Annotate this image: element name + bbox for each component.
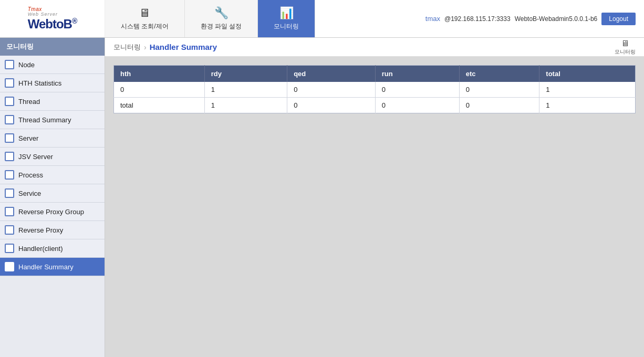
nav-tab-env-label: 환경 파일 설정 (201, 22, 242, 31)
breadcrumb-current: Handler Summary (150, 43, 217, 51)
sidebar-item-handler-client-label: Handler(client) (18, 245, 63, 253)
nav-tab-system-label: 시스템 조회/제어 (121, 22, 169, 31)
jsv-server-icon (4, 151, 15, 162)
process-icon (4, 170, 15, 180)
monitor-icon: 🖥 (139, 6, 150, 20)
sidebar-item-handler-client[interactable]: Handler(client) (0, 239, 105, 258)
cell-qed: 0 (287, 98, 376, 113)
server-icon (4, 133, 15, 143)
cell-etc: 0 (459, 98, 539, 113)
sidebar-item-reverse-proxy-group[interactable]: Reverse Proxy Group (0, 203, 105, 221)
sidebar-item-node[interactable]: Node (0, 56, 105, 74)
col-header-etc: etc (459, 66, 539, 82)
sidebar: 모니터링 Node HTH Statistics Thread Thread S… (0, 38, 105, 357)
nav-tab-monitor-label: 모니터링 (274, 22, 299, 31)
sidebar-item-reverse-proxy-label: Reverse Proxy (18, 226, 63, 234)
breadcrumb: 모니터링 › Handler Summary 🖥 모니터링 (105, 38, 644, 57)
service-icon (4, 188, 15, 198)
cell-hth: total (114, 98, 205, 113)
sidebar-item-reverse-proxy-group-label: Reverse Proxy Group (18, 208, 84, 216)
breadcrumb-monitor-button[interactable]: 🖥 모니터링 (615, 39, 636, 56)
breadcrumb-monitor-label: 모니터링 (615, 48, 636, 56)
layout: 모니터링 Node HTH Statistics Thread Thread S… (0, 38, 644, 357)
sidebar-item-process[interactable]: Process (0, 166, 105, 184)
col-header-rdy: rdy (204, 66, 287, 82)
sidebar-item-node-label: Node (18, 61, 35, 69)
sidebar-item-service[interactable]: Service (0, 184, 105, 203)
server-address: @192.168.115.17:3333 (444, 15, 511, 23)
col-header-qed: qed (287, 66, 376, 82)
sidebar-item-process-label: Process (18, 171, 43, 179)
sidebar-item-handler-summary-label: Handler Summary (18, 263, 74, 271)
sidebar-item-hth-statistics[interactable]: HTH Statistics (0, 74, 105, 92)
sidebar-item-thread[interactable]: Thread (0, 92, 105, 111)
nav-tab-env[interactable]: 🔧 환경 파일 설정 (185, 0, 258, 37)
col-header-total: total (539, 66, 636, 82)
logo: Tmax Web Server WebtoB® (28, 6, 77, 31)
sidebar-header: 모니터링 (0, 38, 105, 56)
main-content: 모니터링 › Handler Summary 🖥 모니터링 hth rdy qe… (105, 38, 644, 357)
logo-area: Tmax Web Server WebtoB® (0, 0, 105, 37)
nav-tab-system[interactable]: 🖥 시스템 조회/제어 (105, 0, 185, 37)
breadcrumb-home[interactable]: 모니터링 (113, 43, 141, 52)
sidebar-item-hth-statistics-label: HTH Statistics (18, 79, 61, 87)
handler-summary-table: hth rdy qed run etc total 010001total100… (113, 65, 636, 113)
cell-run: 0 (375, 82, 459, 98)
sidebar-item-jsv-server-label: JSV Server (18, 153, 53, 161)
wrench-icon: 🔧 (214, 6, 228, 20)
col-header-hth: hth (114, 66, 205, 82)
nav-tab-monitor[interactable]: 📊 모니터링 (258, 0, 315, 37)
col-header-run: run (375, 66, 459, 82)
cell-rdy: 1 (204, 82, 287, 98)
sidebar-item-thread-summary-label: Thread Summary (18, 116, 71, 124)
reverse-proxy-icon (4, 225, 15, 235)
chart-icon: 📊 (279, 6, 294, 20)
thread-summary-icon (4, 114, 15, 125)
cell-total: 1 (539, 82, 636, 98)
logout-button[interactable]: Logout (601, 13, 636, 25)
table-row: 010001 (114, 82, 636, 98)
header: Tmax Web Server WebtoB® 🖥 시스템 조회/제어 🔧 환경… (0, 0, 644, 38)
handler-client-icon (4, 243, 15, 254)
cell-hth: 0 (114, 82, 205, 98)
breadcrumb-separator: › (144, 43, 147, 51)
cell-rdy: 1 (204, 98, 287, 113)
sidebar-item-service-label: Service (18, 190, 41, 197)
cell-etc: 0 (459, 82, 539, 98)
logo-webtob: WebtoB® (28, 17, 77, 31)
content-area: hth rdy qed run etc total 010001total100… (105, 57, 644, 357)
hth-statistics-icon (4, 78, 15, 88)
handler-summary-icon (4, 261, 15, 272)
sidebar-item-thread-summary[interactable]: Thread Summary (0, 111, 105, 129)
sidebar-item-server-label: Server (18, 134, 38, 142)
cell-qed: 0 (287, 82, 376, 98)
node-icon (4, 59, 15, 70)
sidebar-item-handler-summary[interactable]: Handler Summary (0, 258, 105, 276)
table-row: total10001 (114, 98, 636, 113)
cell-run: 0 (375, 98, 459, 113)
monitor-small-icon: 🖥 (621, 39, 629, 48)
sidebar-item-thread-label: Thread (18, 98, 40, 106)
table-header-row: hth rdy qed run etc total (114, 66, 636, 82)
sidebar-item-reverse-proxy[interactable]: Reverse Proxy (0, 221, 105, 239)
sidebar-item-jsv-server[interactable]: JSV Server (0, 148, 105, 166)
version-info: WebtoB-Webadmin5.0.0.1-b6 (515, 15, 598, 23)
user-name: tmax (425, 15, 440, 23)
thread-icon (4, 96, 15, 107)
reverse-proxy-group-icon (4, 206, 15, 217)
nav-tabs: 🖥 시스템 조회/제어 🔧 환경 파일 설정 📊 모니터링 (105, 0, 315, 37)
sidebar-item-server[interactable]: Server (0, 129, 105, 148)
header-right: tmax @192.168.115.17:3333 WebtoB-Webadmi… (425, 13, 644, 25)
cell-total: 1 (539, 98, 636, 113)
